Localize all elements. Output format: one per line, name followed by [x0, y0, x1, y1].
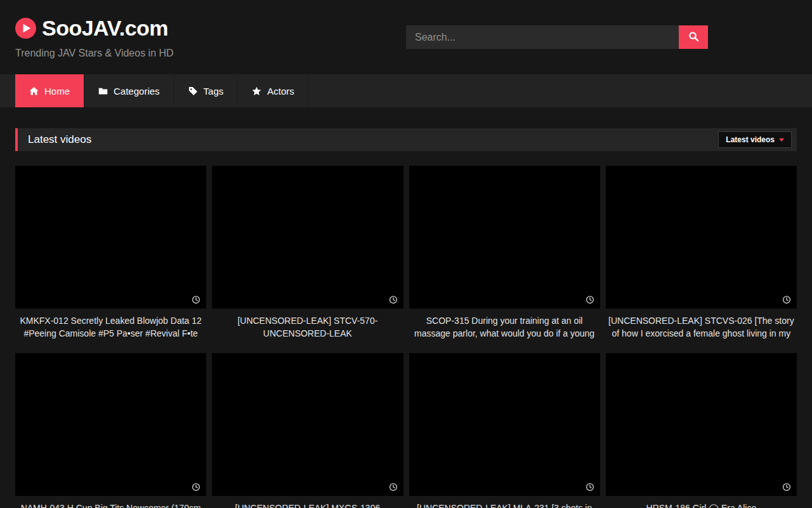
- clock-icon: [782, 483, 791, 491]
- site-header: SooJAV.com Trending JAV Stars & Videos i…: [0, 0, 812, 74]
- main-content: Latest videos Latest videos KMKFX-012 Se…: [15, 128, 797, 508]
- video-title: [UNCENSORED-LEAK] STCVS-026 [The story o…: [608, 314, 794, 340]
- play-icon: [15, 18, 36, 39]
- tag-icon: [188, 86, 198, 96]
- video-thumbnail: [212, 166, 403, 309]
- video-title: [UNCENSORED-LEAK] MLA-231 [3 shots in: [412, 502, 598, 508]
- video-title: [UNCENSORED-LEAK] STCV-570-UNCENSORED-LE…: [214, 314, 400, 340]
- clock-icon: [586, 483, 594, 491]
- nav-label: Categories: [114, 86, 160, 97]
- video-card[interactable]: NAMH-043 H Cup Big Tits Newcomer (170cm …: [15, 353, 206, 508]
- star-icon: [252, 86, 261, 96]
- search-icon: [688, 31, 699, 44]
- nav-item-home[interactable]: Home: [15, 74, 84, 107]
- video-title: HRSM-186 Girl ◯ Era Alice: [608, 502, 794, 508]
- video-thumbnail: [15, 353, 206, 496]
- video-title: NAMH-043 H Cup Big Tits Newcomer (170cm …: [18, 502, 204, 508]
- folder-icon: [98, 86, 108, 96]
- video-title: KMKFX-012 Secretly Leaked Blowjob Data 1…: [18, 314, 204, 340]
- video-card[interactable]: [UNCENSORED-LEAK] MLA-231 [3 shots in: [409, 353, 600, 508]
- site-logo-text: SooJAV.com: [42, 16, 168, 41]
- video-title: SCOP-315 During your training at an oil …: [412, 314, 598, 340]
- clock-icon: [782, 295, 791, 304]
- video-card[interactable]: SCOP-315 During your training at an oil …: [409, 166, 600, 340]
- video-thumbnail: [212, 353, 403, 496]
- video-card[interactable]: [UNCENSORED-LEAK] MXGS-1306 Absolutely: [212, 353, 403, 508]
- nav-item-actors[interactable]: Actors: [238, 74, 309, 107]
- site-logo[interactable]: SooJAV.com: [15, 16, 174, 41]
- nav-item-categories[interactable]: Categories: [84, 74, 174, 107]
- site-tagline: Trending JAV Stars & Videos in HD: [15, 48, 174, 59]
- caret-down-icon: [779, 138, 784, 142]
- video-grid: KMKFX-012 Secretly Leaked Blowjob Data 1…: [15, 166, 797, 508]
- nav-item-tags[interactable]: Tags: [174, 74, 239, 107]
- video-thumbnail: [606, 353, 797, 496]
- clock-icon: [192, 295, 200, 304]
- nav-label: Actors: [267, 86, 294, 97]
- video-card[interactable]: KMKFX-012 Secretly Leaked Blowjob Data 1…: [15, 166, 206, 340]
- home-icon: [29, 86, 39, 96]
- sort-dropdown[interactable]: Latest videos: [718, 131, 792, 148]
- video-thumbnail: [15, 166, 206, 309]
- clock-icon: [192, 483, 200, 491]
- clock-icon: [389, 483, 398, 491]
- sort-dropdown-label: Latest videos: [726, 135, 775, 144]
- nav-label: Home: [44, 86, 70, 97]
- section-header: Latest videos Latest videos: [15, 128, 797, 151]
- video-card[interactable]: HRSM-186 Girl ◯ Era Alice: [606, 353, 797, 508]
- search-form: [406, 25, 708, 49]
- video-thumbnail: [606, 166, 797, 309]
- video-card[interactable]: [UNCENSORED-LEAK] STCVS-026 [The story o…: [606, 166, 797, 340]
- section-title: Latest videos: [28, 133, 718, 146]
- search-button[interactable]: [679, 25, 708, 49]
- brand-block: SooJAV.com Trending JAV Stars & Videos i…: [15, 16, 174, 59]
- video-thumbnail: [409, 353, 600, 496]
- clock-icon: [586, 295, 594, 304]
- search-input[interactable]: [406, 25, 679, 49]
- nav-label: Tags: [204, 86, 224, 97]
- video-thumbnail: [409, 166, 600, 309]
- main-nav: Home Categories Tags Actors: [0, 74, 812, 107]
- clock-icon: [389, 295, 398, 304]
- video-card[interactable]: [UNCENSORED-LEAK] STCV-570-UNCENSORED-LE…: [212, 166, 403, 340]
- video-title: [UNCENSORED-LEAK] MXGS-1306 Absolutely: [214, 502, 400, 508]
